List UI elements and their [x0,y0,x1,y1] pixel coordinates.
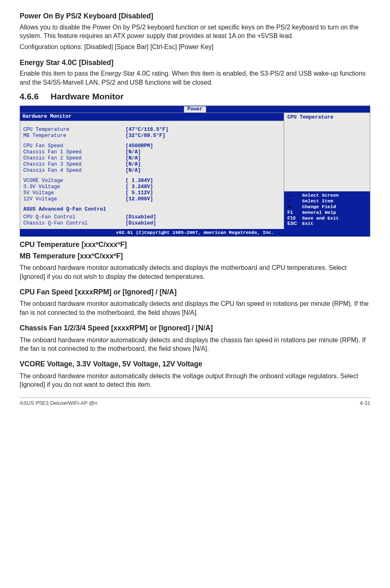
bios-help-text: Exit [302,221,314,227]
bios-row[interactable]: CPU Temperature[47°C/116.5°F] [23,127,280,133]
bios-label: Chassis Fan 3 Speed [23,162,126,168]
bios-label: CPU Q-Fan Control [23,214,126,220]
bios-row[interactable]: Chassis Fan 3 Speed[N/A] [23,162,280,168]
para-voltages: The onboard hardware monitor automatical… [20,372,370,389]
bios-value: [ 3.248V] [126,184,153,190]
heading-power-on-ps2: Power On By PS/2 Keyboard [Disabled] [20,11,370,21]
bios-help-row: ↕Select Item [287,198,367,204]
bios-help-panel: CPU Temperature ↔Select Screen↕Select It… [284,113,370,229]
bios-value: [N/A] [126,168,141,174]
bios-row[interactable]: MB Temperature[32°C/89.5°F] [23,133,280,139]
bios-help-row: ESCExit [287,221,367,227]
bios-label: CPU Fan Speed [23,143,126,149]
bios-help-text: Select Screen [302,193,339,198]
bios-tab-power[interactable]: Power [184,106,206,112]
bios-help-keys: ↔Select Screen↕Select Item+-Change Field… [284,191,370,229]
bios-value: [ 1.304V] [126,178,153,184]
bios-left-panel: Hardware Monitor CPU Temperature[47°C/11… [20,113,284,229]
bios-help-key: F10 [287,215,302,221]
section-title: Hardware Monitor [51,92,124,101]
bios-label: Chassis Fan 4 Speed [23,168,126,174]
bios-menu-bar: Power [20,106,370,112]
heading-cpu-temp: CPU Temperature [xxxºC/xxxºF] [20,240,370,250]
para-power-on-ps2-2: Configuration options: [Disabled] [Space… [20,43,370,51]
bios-help-title: CPU Temperature [287,114,367,121]
bios-row[interactable]: 12V Voltage[12.096V] [23,196,280,202]
bios-label: Chassis Fan 2 Speed [23,155,126,162]
bios-label: 12V Voltage [23,196,126,202]
bios-label: MB Temperature [23,133,126,139]
bios-row[interactable]: VCORE Voltage[ 1.304V] [23,178,280,184]
bios-help-row: F1General Help [287,210,367,215]
bios-row[interactable]: 3.3V Voltage[ 3.248V] [23,184,280,190]
bios-help-row: +-Change Field [287,204,367,210]
bios-value: [ 5.112V] [126,190,153,196]
para-power-on-ps2-1: Allows you to disable the Power On by PS… [20,23,370,40]
bios-help-text: Save and Exit [302,215,339,221]
heading-mb-temp: MB Temperature [xxxºC/xxxºF] [20,251,370,261]
bios-row[interactable]: CPU Q-Fan Control[Disabled] [23,214,280,220]
bios-screen: Power Hardware Monitor CPU Temperature[4… [20,105,370,237]
bios-row[interactable]: CPU Fan Speed[4500RPM] [23,143,280,149]
bios-help-row: F10Save and Exit [287,215,367,221]
bios-label: 5V Voltage [23,190,126,196]
bios-help-key: ↔ [287,193,302,198]
bios-value: [4500RPM] [126,143,153,149]
bios-label: Chassis Fan 1 Speed [23,149,126,155]
bios-help-text: General Help [302,210,336,215]
bios-value: [N/A] [126,149,141,155]
bios-row-adv-qfan[interactable]: ASUS Advanced Q-Fan Control [23,206,280,213]
footer-page-number: 4-31 [360,399,370,407]
section-number: 4.6.6 [20,91,48,102]
bios-value: [N/A] [126,162,141,168]
bios-label: CPU Temperature [23,127,126,133]
bios-value: [Disabled] [126,220,156,227]
heading-cpu-fan-speed: CPU Fan Speed [xxxxRPM] or [Ignored] / [… [20,287,370,297]
bios-help-key: F1 [287,210,302,215]
bios-row[interactable]: 5V Voltage[ 5.112V] [23,190,280,196]
bios-value: [47°C/116.5°F] [126,127,168,133]
heading-hardware-monitor: 4.6.6 Hardware Monitor [20,91,370,102]
para-chassis-fan-speed: The onboard hardware monitor automatical… [20,336,370,353]
bios-row[interactable]: Chassis Fan 1 Speed[N/A] [23,149,280,155]
bios-value: [32°C/89.5°F] [126,133,166,139]
para-temp: The onboard hardware monitor automatical… [20,263,370,281]
bios-value: [Disabled] [126,214,156,220]
page-footer: ASUS P5E3 Deluxe/WiFi-AP @n 4-31 [20,397,370,407]
heading-energy-star: Energy Star 4.0C [Disabled] [20,58,370,68]
bios-help-text: Change Field [302,204,336,210]
bios-label: ASUS Advanced Q-Fan Control [23,206,126,213]
bios-help-key: ESC [287,221,302,227]
bios-row[interactable]: Chassis Fan 2 Speed[N/A] [23,155,280,162]
heading-voltages: VCORE Voltage, 3.3V Voltage, 5V Voltage,… [20,359,370,369]
bios-label: VCORE Voltage [23,178,126,184]
para-energy-star: Enable this item to pass the Energy Star… [20,69,370,87]
bios-value: [N/A] [126,155,141,162]
bios-help-key: ↕ [287,198,302,204]
bios-help-key: +- [287,204,302,210]
bios-row[interactable]: Chassis Fan 4 Speed[N/A] [23,168,280,174]
bios-label: 3.3V Voltage [23,184,126,190]
heading-chassis-fan-speed: Chassis Fan 1/2/3/4 Speed [xxxxRPM] or [… [20,323,370,333]
bios-footer: v02.61 (C)Copyright 1985-2007, American … [20,229,370,236]
bios-row[interactable]: Chassis Q-Fan Control[Disabled] [23,220,280,227]
bios-label: Chassis Q-Fan Control [23,220,126,227]
footer-product: ASUS P5E3 Deluxe/WiFi-AP @n [20,399,97,407]
bios-panel-title: Hardware Monitor [20,113,284,121]
para-cpu-fan-speed: The onboard hardware monitor automatical… [20,299,370,317]
bios-help-row: ↔Select Screen [287,193,367,198]
bios-value: [12.096V] [126,196,153,202]
bios-help-text: Select Item [302,198,333,204]
